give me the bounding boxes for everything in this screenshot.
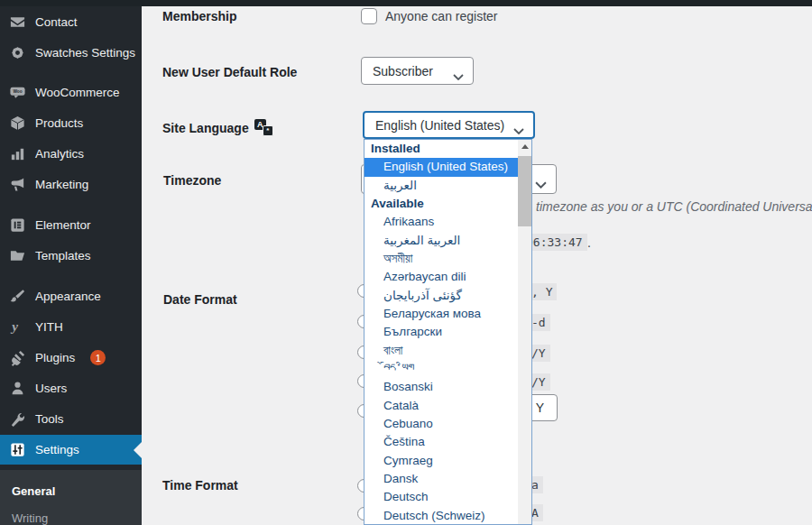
gear-icon [8,44,26,62]
dropdown-option-tibetan[interactable]: བོད་ཡིག [364,360,518,378]
dropdown-option-welsh[interactable]: Cymraeg [364,452,518,470]
chevron-down-icon [453,69,464,83]
sidebar-item-swatches-settings[interactable]: Swatches Settings [0,38,142,68]
sidebar-item-settings[interactable]: Settings [0,435,142,465]
settings-submenu: General Writing [0,470,142,525]
sidebar-item-yith[interactable]: y YITH [0,312,142,342]
sidebar-item-woocommerce[interactable]: Woo WooCommerce [0,78,142,107]
dropdown-group-available: Available [364,195,518,213]
sidebar-item-users[interactable]: Users [0,373,142,403]
anyone-can-register-label: Anyone can register [385,9,498,23]
woocommerce-icon: Woo [8,84,26,102]
dropdown-option-german[interactable]: Deutsch [364,488,518,506]
current-menu-arrow [134,442,142,458]
admin-sidebar: Contact Swatches Settings Woo WooCommerc… [0,6,142,525]
user-icon [8,380,26,398]
sidebar-item-appearance[interactable]: Appearance [0,281,142,311]
site-language-dropdown-list: Installed English (United States) العربي… [364,139,532,525]
plugins-update-badge: 1 [90,350,106,365]
chevron-down-icon [535,177,547,191]
new-user-role-label: New User Default Role [162,65,297,79]
sliders-icon [8,441,26,459]
dropdown-option-azerbaijani[interactable]: Azərbaycan dili [364,268,518,286]
timezone-description: timezone as you or a UTC (Coordinated Un… [536,199,812,214]
svg-text:Woo: Woo [13,89,22,94]
dropdown-option-arabic-morocco[interactable]: العربية المغربية [364,232,518,250]
dropdown-option-czech[interactable]: Čeština [364,433,518,451]
box-icon [8,115,26,133]
dropdown-option-assamese[interactable]: অসমীয়া [364,250,518,268]
megaphone-icon [8,176,26,194]
yith-icon: y [8,318,26,336]
dropdown-option-belarusian[interactable]: Беларуская мова [364,305,518,323]
dropdown-option-bengali[interactable]: বাংলা [364,342,518,360]
translation-icon: A* [254,119,274,135]
dropdown-option-afrikaans[interactable]: Afrikaans [364,213,518,231]
site-language-label: Site LanguageA* [162,119,274,135]
new-user-role-select[interactable]: Subscriber [361,57,474,85]
time-format-label: Time Format [162,478,238,493]
dropdown-option-arabic[interactable]: العربية [364,177,518,195]
envelope-icon [8,14,26,32]
dropdown-scrollbar[interactable] [518,140,531,524]
chevron-down-icon [513,123,524,137]
dropdown-option-south-azerbaijani[interactable]: گؤنئی آذربایجان [364,287,518,305]
dropdown-option-german-switzerland[interactable]: Deutsch (Schweiz) [364,507,518,525]
scrollbar-thumb[interactable] [518,156,531,226]
sidebar-item-elementor[interactable]: Elementor [0,210,142,240]
bar-chart-icon [8,145,26,163]
dropdown-option-english-us[interactable]: English (United States) [364,158,518,176]
dropdown-option-bosnian[interactable]: Bosanski [364,378,518,396]
sidebar-item-marketing[interactable]: Marketing [0,170,142,199]
admin-bar [0,0,812,6]
svg-text:y: y [10,318,18,334]
submenu-item-writing[interactable]: Writing [0,506,142,525]
sidebar-item-plugins[interactable]: Plugins 1 [0,343,142,373]
sidebar-item-products[interactable]: Products [0,108,142,138]
date-format-label: Date Format [163,292,237,307]
dropdown-group-installed: Installed [364,140,518,158]
dropdown-option-catalan[interactable]: Català [364,397,518,415]
universal-time-period: . [587,235,591,250]
sidebar-item-tools[interactable]: Tools [0,404,142,434]
sidebar-item-analytics[interactable]: Analytics [0,139,142,169]
sidebar-item-templates[interactable]: Templates [0,241,142,271]
plug-icon [8,349,26,367]
submenu-item-general[interactable]: General [0,479,142,502]
dropdown-option-cebuano[interactable]: Cebuano [364,415,518,433]
scrollbar-up-arrow[interactable] [518,140,531,153]
sidebar-item-contact[interactable]: Contact [0,7,142,37]
anyone-can-register-checkbox[interactable] [361,8,377,24]
folder-icon [8,247,26,265]
dropdown-option-bulgarian[interactable]: Български [364,323,518,341]
timezone-label: Timezone [163,173,221,188]
brush-icon [8,288,26,306]
site-language-select[interactable]: English (United States) [363,111,535,139]
membership-label: Membership [162,9,236,23]
elementor-icon [8,216,26,235]
wordpress-general-settings-page: Contact Swatches Settings Woo WooCommerc… [0,0,812,525]
wrench-icon [8,410,26,428]
dropdown-option-danish[interactable]: Dansk [364,470,518,488]
